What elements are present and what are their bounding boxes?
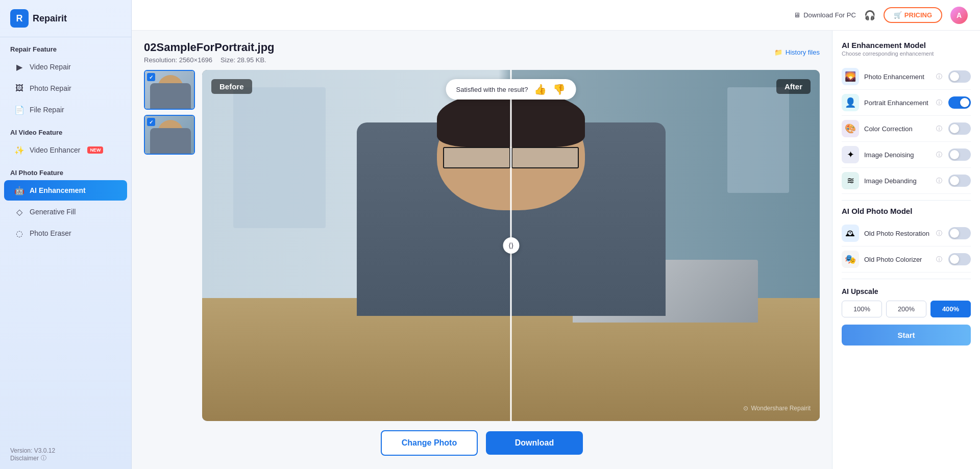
- logo-icon: R: [10, 9, 29, 28]
- old-photo-restoration-toggle[interactable]: [948, 227, 971, 239]
- upscale-200-button[interactable]: 200%: [886, 301, 926, 317]
- image-debanding-icon: ≋: [842, 172, 859, 189]
- panel-divider-2: [842, 279, 971, 279]
- sidebar-footer: Version: V3.0.12 Disclaimer ⓘ: [0, 440, 131, 469]
- enhancement-row-debanding: ≋ Image Debanding ⓘ: [842, 168, 971, 194]
- old-photo-title: AI Old Photo Model: [842, 207, 971, 215]
- image-denoising-icon: ✦: [842, 146, 859, 163]
- portrait-enhancement-toggle[interactable]: [948, 96, 971, 109]
- panel-divider-1: [842, 200, 971, 201]
- old-photo-restoration-info-icon[interactable]: ⓘ: [936, 229, 942, 238]
- ai-video-label: AI Video Feature: [0, 120, 131, 139]
- before-after-divider: ⟨⟩: [510, 70, 512, 421]
- upscale-400-button[interactable]: 400%: [930, 301, 971, 317]
- center-panel: 02SampleForPortrait.jpg Resolution: 2560…: [132, 31, 832, 469]
- toggle-thumb: [960, 98, 969, 107]
- app-name: Repairit: [33, 13, 67, 24]
- old-photo-colorizer-info-icon[interactable]: ⓘ: [936, 255, 942, 264]
- thumbnail-2[interactable]: ✓: [144, 115, 195, 155]
- toggle-thumb: [950, 255, 959, 264]
- logo-area: R Repairit: [0, 0, 131, 37]
- image-denoising-info-icon[interactable]: ⓘ: [936, 151, 942, 159]
- toggle-thumb: [950, 176, 959, 185]
- upscale-section: AI Upscale 100% 200% 400% Start: [842, 287, 971, 345]
- old-photo-colorizer-toggle[interactable]: [948, 253, 971, 265]
- thumbs-up-icon[interactable]: 👍: [534, 83, 547, 95]
- file-name: 02SampleForPortrait.jpg: [144, 41, 275, 54]
- pricing-button[interactable]: 🛒 PRICING: [884, 7, 942, 23]
- sidebar-item-file-repair[interactable]: 📄 File Repair: [4, 100, 127, 120]
- toggle-thumb: [950, 124, 959, 133]
- portrait-enhancement-icon: 👤: [842, 94, 859, 111]
- image-debanding-info-icon[interactable]: ⓘ: [936, 177, 942, 185]
- image-debanding-toggle[interactable]: [948, 175, 971, 187]
- thumbnail-check-2: ✓: [147, 118, 155, 126]
- sidebar-item-label: File Repair: [30, 106, 64, 114]
- sidebar-item-label: Video Repair: [30, 63, 71, 71]
- new-badge: NEW: [87, 146, 103, 154]
- color-correction-icon: 🎨: [842, 120, 859, 137]
- history-files-button[interactable]: 📁 History files: [774, 48, 820, 56]
- start-button[interactable]: Start: [842, 325, 971, 345]
- color-correction-info-icon[interactable]: ⓘ: [936, 125, 942, 133]
- avatar[interactable]: A: [950, 7, 968, 24]
- color-correction-toggle[interactable]: [948, 122, 971, 135]
- upscale-title: AI Upscale: [842, 287, 971, 295]
- old-photo-row-restoration: 🕰 Old Photo Restoration ⓘ: [842, 220, 971, 246]
- file-repair-icon: 📄: [14, 105, 24, 115]
- photo-enhancement-info-icon[interactable]: ⓘ: [936, 72, 942, 81]
- toggle-track: [948, 253, 971, 265]
- sidebar: R Repairit Repair Feature ▶ Video Repair…: [0, 0, 132, 469]
- upscale-options: 100% 200% 400%: [842, 301, 971, 317]
- enhancement-row-denoising: ✦ Image Denoising ⓘ: [842, 142, 971, 168]
- toggle-thumb: [950, 229, 959, 238]
- toggle-track: [948, 175, 971, 187]
- portrait-enhancement-label: Portrait Enhancement: [864, 99, 931, 107]
- thumbnail-1[interactable]: ✓: [144, 70, 195, 110]
- download-pc-button[interactable]: 🖥 Download For PC: [794, 11, 856, 19]
- headset-icon[interactable]: 🎧: [864, 10, 875, 21]
- file-meta: Resolution: 2560×1696 Size: 28.95 KB.: [144, 56, 275, 64]
- sidebar-item-photo-repair[interactable]: 🖼 Photo Repair: [4, 78, 127, 98]
- sidebar-item-label: Generative Fill: [30, 208, 76, 216]
- change-photo-button[interactable]: Change Photo: [381, 430, 478, 456]
- cart-icon: 🛒: [894, 11, 902, 19]
- sidebar-item-label: Video Enhancer: [30, 146, 80, 154]
- toggle-track: [948, 70, 971, 83]
- sidebar-item-video-repair[interactable]: ▶ Video Repair: [4, 57, 127, 77]
- after-label: After: [776, 79, 811, 94]
- old-photo-row-colorizer: 🎭 Old Photo Colorizer ⓘ: [842, 246, 971, 273]
- image-denoising-label: Image Denoising: [864, 151, 931, 159]
- thumbs-down-icon[interactable]: 👎: [553, 83, 566, 95]
- download-button[interactable]: Download: [486, 431, 583, 455]
- video-repair-icon: ▶: [14, 62, 24, 72]
- version-text: Version: V3.0.12: [10, 447, 121, 454]
- photo-enhancement-label: Photo Enhancement: [864, 73, 931, 81]
- photo-enhancement-icon: 🌄: [842, 68, 859, 85]
- toggle-thumb: [950, 150, 959, 159]
- sidebar-item-generative-fill[interactable]: ◇ Generative Fill: [4, 202, 127, 222]
- sidebar-item-photo-eraser[interactable]: ◌ Photo Eraser: [4, 223, 127, 243]
- upscale-100-button[interactable]: 100%: [842, 301, 882, 317]
- old-photo-restoration-label: Old Photo Restoration: [864, 230, 931, 237]
- ai-enhancement-subtitle: Choose corresponding enhancement: [842, 51, 971, 57]
- sidebar-item-ai-enhancement[interactable]: 🤖 AI Enhancement: [4, 180, 127, 201]
- image-viewer: Before After Satisfied with the result? …: [202, 70, 820, 421]
- thumbnail-check-1: ✓: [147, 73, 155, 81]
- disclaimer-link[interactable]: Disclaimer ⓘ: [10, 454, 121, 462]
- file-size: Size: 28.95 KB.: [220, 56, 266, 64]
- divider-handle-circle[interactable]: ⟨⟩: [503, 237, 519, 254]
- ai-photo-label: AI Photo Feature: [0, 161, 131, 180]
- photo-enhancement-toggle[interactable]: [948, 70, 971, 83]
- info-circle-icon: ⓘ: [41, 454, 46, 462]
- sidebar-item-video-enhancer[interactable]: ✨ Video Enhancer NEW: [4, 140, 127, 160]
- sidebar-item-label: AI Enhancement: [30, 186, 86, 194]
- enhancement-row-color: 🎨 Color Correction ⓘ: [842, 116, 971, 142]
- portrait-enhancement-info-icon[interactable]: ⓘ: [936, 98, 942, 107]
- watermark: ⊙ Wondershare Repairit: [743, 405, 811, 412]
- image-denoising-toggle[interactable]: [948, 149, 971, 161]
- ai-enhancement-title: AI Enhancement Model: [842, 41, 971, 50]
- content-area: 02SampleForPortrait.jpg Resolution: 2560…: [132, 31, 980, 469]
- photo-eraser-icon: ◌: [14, 228, 24, 238]
- old-photo-colorizer-icon: 🎭: [842, 251, 859, 268]
